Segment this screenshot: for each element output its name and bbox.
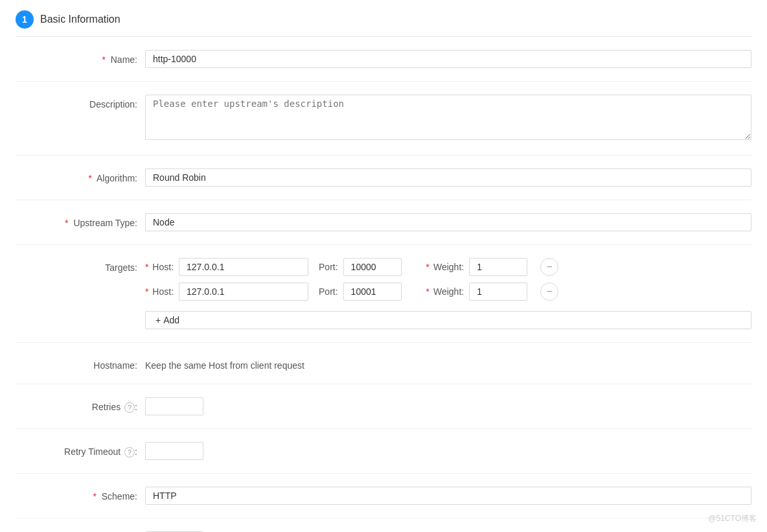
algorithm-input[interactable] bbox=[145, 168, 751, 187]
section-header: 1 Basic Information bbox=[16, 10, 751, 37]
algorithm-label: * Algorithm: bbox=[16, 168, 145, 183]
retry-timeout-label: Retry Timeout ?: bbox=[16, 442, 145, 457]
upstream-type-field-row: * Upstream Type: bbox=[16, 213, 751, 245]
retry-timeout-help-icon[interactable]: ? bbox=[124, 447, 135, 457]
name-field-row: * Name: bbox=[16, 50, 751, 82]
host-input-1[interactable] bbox=[179, 258, 308, 276]
add-icon: + bbox=[155, 315, 161, 325]
algorithm-control bbox=[145, 168, 751, 187]
scheme-input[interactable] bbox=[145, 487, 751, 505]
target-row: * Host: Port: * Weight: − bbox=[145, 258, 751, 276]
port-input-2[interactable] bbox=[343, 283, 402, 301]
retries-field-row: Retries ?: bbox=[16, 397, 751, 429]
description-input[interactable] bbox=[145, 95, 751, 140]
step-badge: 1 bbox=[16, 10, 34, 29]
retries-label: Retries ?: bbox=[16, 397, 145, 413]
targets-field-row: Targets: * Host: Port: * Weight: bbox=[16, 258, 751, 343]
upstream-type-input[interactable] bbox=[145, 213, 751, 231]
scheme-control bbox=[145, 487, 751, 505]
description-field-row: Description: bbox=[16, 95, 751, 156]
retry-timeout-control bbox=[145, 442, 751, 460]
add-target-button[interactable]: + Add bbox=[145, 311, 751, 329]
name-label: * Name: bbox=[16, 50, 145, 65]
watermark: @51CTO博客 bbox=[708, 513, 757, 524]
targets-label: Targets: bbox=[16, 258, 145, 273]
retries-input[interactable] bbox=[145, 397, 203, 415]
hostname-value: Keep the same Host from client request bbox=[145, 356, 751, 371]
remove-target-1-button[interactable]: − bbox=[540, 258, 558, 276]
hostname-control: Keep the same Host from client request bbox=[145, 356, 751, 371]
upstream-type-control bbox=[145, 213, 751, 231]
hostname-label: Hostname: bbox=[16, 356, 145, 371]
retry-timeout-input[interactable] bbox=[145, 442, 203, 460]
weight-input-1[interactable] bbox=[469, 258, 527, 276]
weight-input-2[interactable] bbox=[469, 283, 527, 301]
hostname-field-row: Hostname: Keep the same Host from client… bbox=[16, 356, 751, 384]
section-title: Basic Information bbox=[40, 14, 120, 25]
scheme-field-row: * Scheme: bbox=[16, 487, 751, 518]
port-input-1[interactable] bbox=[343, 258, 402, 276]
upstream-type-label: * Upstream Type: bbox=[16, 213, 145, 228]
retries-control bbox=[145, 397, 751, 415]
scheme-label: * Scheme: bbox=[16, 487, 145, 502]
remove-target-2-button[interactable]: − bbox=[540, 283, 558, 301]
targets-container: * Host: Port: * Weight: − * bbox=[145, 258, 751, 329]
description-label: Description: bbox=[16, 95, 145, 110]
algorithm-field-row: * Algorithm: bbox=[16, 168, 751, 200]
retries-help-icon[interactable]: ? bbox=[124, 402, 135, 413]
description-control bbox=[145, 95, 751, 142]
target-row: * Host: Port: * Weight: − bbox=[145, 283, 751, 301]
retry-timeout-field-row: Retry Timeout ?: bbox=[16, 442, 751, 474]
targets-control: * Host: Port: * Weight: − * bbox=[145, 258, 751, 329]
host-input-2[interactable] bbox=[179, 283, 308, 301]
name-input[interactable] bbox=[145, 50, 751, 68]
name-control bbox=[145, 50, 751, 68]
